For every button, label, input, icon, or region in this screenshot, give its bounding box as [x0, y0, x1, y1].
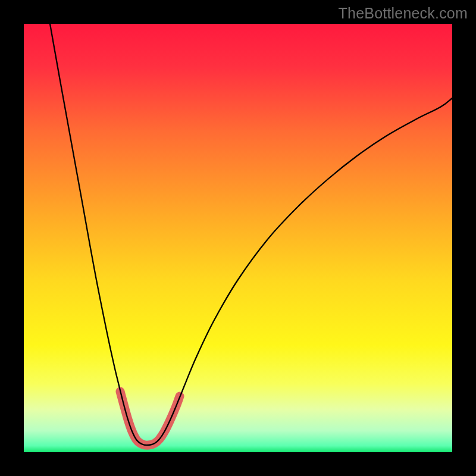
- chart-svg: [24, 24, 452, 452]
- watermark-text: TheBottleneck.com: [339, 5, 468, 22]
- chart-frame: TheBottleneck.com: [0, 0, 476, 476]
- plot-area: [24, 24, 452, 452]
